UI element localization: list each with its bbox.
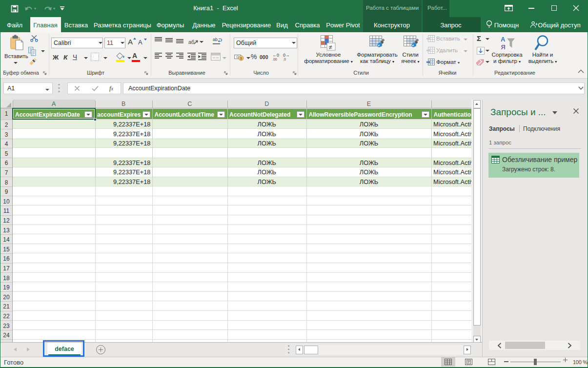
svg-text:ab: ab	[213, 37, 218, 42]
svg-text:0→: 0→	[283, 53, 290, 58]
svg-text:А: А	[501, 36, 506, 43]
svg-text:,0: ,0	[283, 58, 286, 61]
svg-text:Я: Я	[501, 43, 506, 51]
svg-text:аб: аб	[188, 39, 194, 45]
svg-text:≠: ≠	[329, 43, 332, 51]
svg-text:,00: ,00	[272, 58, 277, 61]
svg-text:←0: ←0	[272, 53, 279, 58]
svg-text:$: $	[240, 56, 243, 61]
